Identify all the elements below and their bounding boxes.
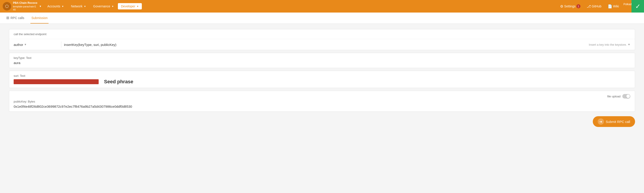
settings-badge: 1	[576, 4, 580, 8]
nav-github[interactable]: ⎇ GitHub	[585, 3, 603, 10]
success-badge: ✓	[632, 0, 644, 13]
nav-right: ⚙ Settings 1 ⎇ GitHub 📄 Wiki Polkadot pa…	[558, 3, 641, 10]
endpoint-method: insertKey(keyType, suri, publicKey)	[64, 43, 586, 47]
settings-gear-icon: ⚙	[560, 4, 563, 9]
tab-rpc-calls[interactable]: ⊞ RPC calls	[5, 13, 25, 24]
suri-redacted-value[interactable]	[14, 79, 99, 84]
nav-governance[interactable]: Governance ▼	[90, 3, 117, 10]
nav-accounts[interactable]: Accounts ▼	[44, 3, 67, 10]
file-upload-label: file upload	[607, 95, 620, 98]
brand[interactable]: ⬡ PBA Chain Rococo template-parachain/1 …	[3, 1, 42, 11]
file-upload-row: file upload	[14, 94, 630, 99]
github-icon: ⎇	[587, 4, 591, 9]
seed-phrase-label: Seed phrase	[104, 79, 133, 85]
publickey-value: 0x1e0f4e48f26d802ce3699872c97e2ec7f8476a…	[14, 105, 630, 108]
nav-network[interactable]: Network ▼	[68, 3, 89, 10]
submit-row: ➜ Submit RPC call	[9, 116, 635, 127]
param-publickey-card: file upload publicKey: Bytes 0x1e0f4e48f…	[9, 91, 635, 112]
rpc-icon: ⊞	[6, 16, 9, 20]
desc-chevron-icon: ▼	[628, 43, 630, 46]
toggle-knob	[626, 94, 630, 98]
brand-chevron-icon: ▼	[39, 5, 42, 8]
governance-chevron-icon: ▼	[112, 5, 114, 8]
nav-wiki[interactable]: 📄 Wiki	[606, 3, 621, 10]
wiki-icon: 📄	[608, 4, 612, 9]
keytype-value: aura	[14, 61, 630, 65]
module-chevron-icon: ▼	[24, 43, 27, 46]
accounts-chevron-icon: ▼	[62, 5, 64, 8]
endpoint-description[interactable]: Insert a key into the keystore. ▼	[589, 43, 630, 46]
keytype-label: keyType: Text	[14, 56, 630, 60]
endpoint-row: author ▼ insertKey(keyType, suri, public…	[9, 39, 635, 50]
navbar: ⬡ PBA Chain Rococo template-parachain/1 …	[0, 0, 644, 13]
endpoint-divider	[61, 41, 61, 48]
card-header: call the selected endpoint	[9, 29, 635, 39]
brand-text: PBA Chain Rococo template-parachain/1 #0	[13, 1, 37, 11]
file-upload-toggle[interactable]	[622, 94, 630, 99]
publickey-label: publicKey: Bytes	[14, 100, 630, 103]
nav-settings[interactable]: ⚙ Settings 1	[558, 3, 582, 10]
brand-avatar: ⬡	[3, 2, 11, 11]
developer-chevron-icon: ▼	[137, 5, 139, 8]
suri-value-row: Seed phrase	[14, 79, 630, 85]
checkmark-icon: ✓	[635, 3, 640, 10]
param-suri-card: suri: Text Seed phrase	[9, 71, 635, 88]
param-keytype-card: keyType: Text aura	[9, 53, 635, 68]
endpoint-card: call the selected endpoint author ▼ inse…	[9, 29, 635, 50]
suri-label: suri: Text	[14, 74, 630, 77]
submit-rpc-button[interactable]: ➜ Submit RPC call	[593, 116, 635, 127]
tab-submission[interactable]: Submission	[30, 13, 48, 24]
submit-icon: ➜	[598, 118, 604, 125]
tabs-bar: ⊞ RPC calls Submission	[0, 13, 644, 24]
nav-developer[interactable]: Developer ▼	[118, 3, 142, 10]
network-chevron-icon: ▼	[84, 5, 86, 8]
main-content: call the selected endpoint author ▼ inse…	[0, 24, 644, 132]
endpoint-module-select[interactable]: author ▼	[14, 43, 58, 47]
